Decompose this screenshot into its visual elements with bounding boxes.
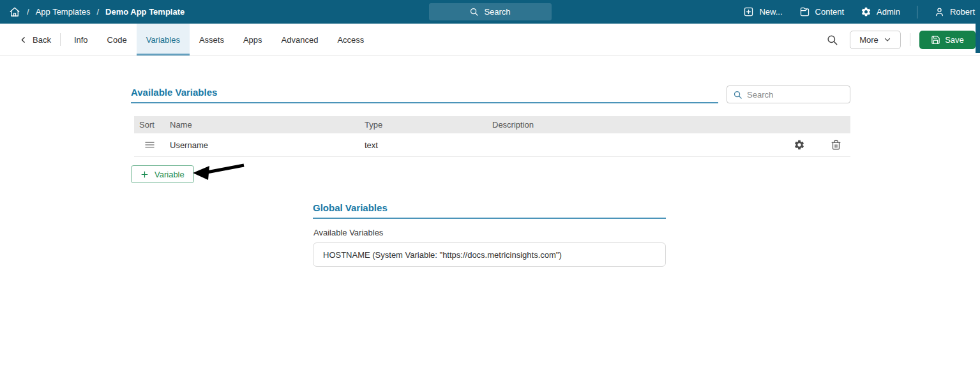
tab-code[interactable]: Code — [98, 24, 137, 56]
breadcrumb-separator: / — [27, 7, 29, 17]
global-variables-field-label: Available Variables — [313, 228, 383, 237]
row-actions — [787, 139, 850, 151]
column-header-description: Description — [487, 120, 787, 130]
user-menu-label: Robert — [950, 7, 975, 17]
annotation-arrow — [190, 160, 248, 183]
save-floppy-icon — [931, 35, 940, 45]
app-window: / App Templates / Demo App Template Sear… — [0, 0, 980, 365]
global-variables-title: Global Variables — [313, 202, 666, 219]
plus-icon — [140, 170, 149, 179]
topbar: / App Templates / Demo App Template Sear… — [0, 0, 980, 24]
variables-table: Sort Name Type Description Username text — [134, 116, 850, 157]
new-button-label: New... — [759, 7, 782, 17]
back-button[interactable]: Back — [0, 24, 60, 56]
trash-icon[interactable] — [831, 140, 841, 151]
admin-button[interactable]: Admin — [861, 6, 900, 17]
toolbar-search-icon[interactable] — [824, 31, 841, 48]
admin-button-label: Admin — [877, 7, 900, 17]
column-header-name: Name — [165, 120, 359, 130]
tab-variables[interactable]: Variables — [137, 24, 190, 56]
user-icon — [934, 6, 945, 17]
toolbar: Back Info Code Variables Assets Apps Adv… — [0, 24, 980, 56]
content-button[interactable]: Content — [799, 6, 845, 17]
drag-handle-icon[interactable] — [134, 141, 165, 149]
add-variable-button[interactable]: Variable — [131, 165, 194, 183]
column-header-sort: Sort — [134, 120, 165, 130]
breadcrumb-current-page: Demo App Template — [105, 7, 185, 17]
tab-info[interactable]: Info — [64, 24, 98, 56]
table-row: Username text — [134, 133, 850, 157]
search-icon — [469, 7, 479, 17]
toolbar-actions: More Save — [824, 24, 980, 56]
user-menu[interactable]: Robert — [934, 6, 975, 17]
plus-square-icon — [743, 6, 754, 17]
variables-table-header: Sort Name Type Description — [134, 116, 850, 133]
variable-type: text — [359, 140, 487, 150]
tab-bar: Info Code Variables Assets Apps Advanced… — [64, 24, 373, 56]
gear-icon[interactable] — [794, 139, 805, 151]
topnav-divider — [917, 6, 917, 19]
global-search-label: Search — [484, 7, 510, 17]
tab-apps[interactable]: Apps — [234, 24, 272, 56]
content-folder-icon — [799, 6, 810, 17]
breadcrumb-app-templates[interactable]: App Templates — [36, 7, 91, 17]
tab-access[interactable]: Access — [328, 24, 373, 56]
chevron-down-icon — [884, 36, 891, 43]
variable-name: Username — [165, 140, 359, 150]
add-variable-button-label: Variable — [155, 170, 185, 179]
variables-search[interactable] — [727, 86, 850, 103]
toolbar-divider — [60, 33, 61, 46]
chevron-left-icon — [19, 36, 27, 44]
topnav: New... Content Admin — [743, 0, 975, 24]
global-search-button[interactable]: Search — [429, 3, 552, 20]
save-button[interactable]: Save — [919, 31, 976, 49]
new-button[interactable]: New... — [743, 6, 782, 17]
content-button-label: Content — [815, 7, 845, 17]
tab-advanced[interactable]: Advanced — [272, 24, 328, 56]
home-icon[interactable] — [9, 6, 20, 18]
search-icon — [733, 90, 743, 100]
available-variables-title: Available Variables — [131, 87, 718, 103]
breadcrumb-separator: / — [96, 7, 99, 17]
tab-assets[interactable]: Assets — [190, 24, 234, 56]
column-header-type: Type — [359, 120, 487, 130]
back-button-label: Back — [33, 35, 51, 45]
window-edge-strip — [976, 24, 980, 53]
global-variable-value-text: HOSTNAME (System Variable: "https://docs… — [323, 250, 562, 260]
more-button-label: More — [859, 35, 878, 45]
gear-icon — [861, 6, 871, 17]
save-button-label: Save — [945, 35, 964, 45]
global-variable-value: HOSTNAME (System Variable: "https://docs… — [313, 242, 666, 267]
variables-search-input[interactable] — [747, 90, 859, 100]
toolbar-divider — [910, 33, 910, 46]
breadcrumb: / App Templates / Demo App Template — [0, 6, 185, 18]
more-button[interactable]: More — [850, 31, 901, 49]
